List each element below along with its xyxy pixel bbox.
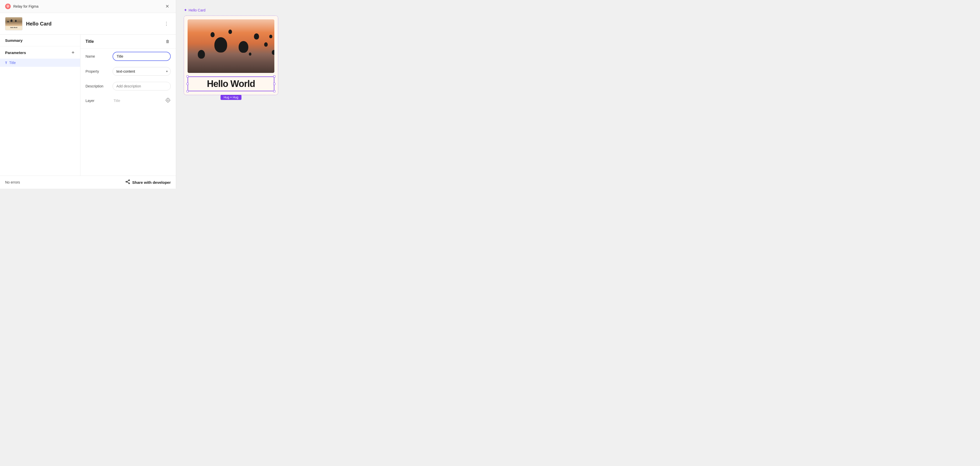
trash-icon: 🗑 bbox=[165, 39, 170, 44]
hug-badge: Hug × Hug bbox=[221, 95, 242, 100]
balloon-10 bbox=[249, 52, 251, 55]
delete-button[interactable]: 🗑 bbox=[165, 38, 171, 45]
property-field-row: Property text-content visible disabled ▾ bbox=[80, 64, 176, 79]
balloon-9 bbox=[269, 35, 272, 38]
param-title-name: Title bbox=[9, 61, 16, 65]
handle-mid-left bbox=[186, 83, 189, 85]
left-panel: Relay for Figma ✕ Hello World Hello Card… bbox=[0, 0, 176, 189]
right-column: Title 🗑 Name Property text-content visib… bbox=[80, 35, 176, 176]
layer-value: Title bbox=[113, 97, 161, 105]
param-title-item[interactable]: T Title bbox=[0, 59, 80, 67]
name-field-row: Name bbox=[80, 49, 176, 64]
property-select-wrap: text-content visible disabled ▾ bbox=[113, 67, 171, 76]
handle-bottom-right bbox=[273, 90, 275, 92]
property-select[interactable]: text-content visible disabled bbox=[113, 67, 171, 76]
property-label: Property bbox=[86, 69, 108, 73]
balloon-4 bbox=[210, 32, 215, 37]
summary-nav-item[interactable]: Summary bbox=[0, 35, 80, 46]
name-label: Name bbox=[86, 54, 108, 59]
card-image bbox=[188, 19, 274, 73]
add-parameter-button[interactable]: + bbox=[71, 50, 75, 55]
panel-footer: No errors Share with developer bbox=[0, 176, 176, 189]
handle-mid-right bbox=[273, 83, 275, 85]
handle-top-right bbox=[273, 76, 275, 78]
share-label: Share with developer bbox=[132, 180, 171, 185]
detail-header: Title 🗑 bbox=[80, 35, 176, 49]
svg-line-11 bbox=[127, 182, 129, 183]
layer-field-row: Layer Title bbox=[80, 94, 176, 108]
relay-logo-icon bbox=[5, 3, 11, 9]
left-column: Summary Parameters + T Title bbox=[0, 35, 80, 176]
canvas-area: ✦ Hello Card Hello World bbox=[176, 0, 393, 189]
locate-layer-button[interactable] bbox=[165, 97, 171, 104]
description-field-row: Description bbox=[80, 79, 176, 94]
canvas-label-row: ✦ Hello Card bbox=[184, 8, 205, 13]
share-button[interactable]: Share with developer bbox=[126, 179, 171, 185]
svg-line-10 bbox=[127, 181, 129, 182]
balloon-5 bbox=[228, 30, 232, 34]
hello-world-wrapper: Hello World Hug × Hug bbox=[188, 76, 274, 91]
balloon-1 bbox=[198, 50, 205, 59]
balloon-6 bbox=[254, 33, 259, 40]
handle-bottom-left bbox=[186, 90, 189, 92]
thumb-balloon bbox=[15, 20, 17, 22]
component-header-left: Hello World Hello Card bbox=[5, 17, 52, 30]
layer-label: Layer bbox=[86, 99, 108, 103]
summary-label: Summary bbox=[5, 38, 22, 43]
component-name: Hello Card bbox=[26, 21, 52, 27]
balloon-2 bbox=[215, 37, 227, 52]
card-preview: Hello World Hug × Hug bbox=[184, 16, 278, 95]
detail-title: Title bbox=[86, 39, 94, 44]
canvas-component-name: Hello Card bbox=[189, 8, 205, 12]
status-text: No errors bbox=[5, 180, 20, 184]
close-icon: ✕ bbox=[165, 4, 169, 9]
hello-world-text: Hello World bbox=[188, 76, 274, 91]
handle-top-left bbox=[186, 76, 189, 78]
parameters-section-header[interactable]: Parameters + bbox=[0, 46, 80, 59]
parameters-label: Parameters bbox=[5, 51, 26, 55]
balloon-3 bbox=[239, 41, 248, 53]
app-title: Relay for Figma bbox=[13, 4, 38, 8]
name-input[interactable] bbox=[113, 52, 171, 61]
thumb-balloon bbox=[7, 21, 9, 22]
balloon-8 bbox=[272, 50, 274, 55]
thumbnail-text: Hello World bbox=[5, 26, 22, 29]
svg-point-0 bbox=[7, 6, 9, 8]
thumb-balloon bbox=[11, 19, 13, 22]
svg-point-2 bbox=[167, 100, 169, 101]
close-button[interactable]: ✕ bbox=[164, 3, 171, 9]
thumbnail-image bbox=[5, 17, 22, 26]
description-label: Description bbox=[86, 84, 108, 88]
sky-gradient bbox=[188, 19, 274, 73]
panel-header-left: Relay for Figma bbox=[5, 3, 38, 9]
description-input[interactable] bbox=[113, 82, 171, 90]
panel-body: Summary Parameters + T Title Title 🗑 bbox=[0, 35, 176, 176]
plus-icon: + bbox=[72, 50, 75, 55]
svg-point-1 bbox=[166, 98, 170, 102]
more-options-button[interactable]: ⋮ bbox=[162, 20, 171, 27]
component-header: Hello World Hello Card ⋮ bbox=[0, 13, 176, 35]
text-type-icon: T bbox=[5, 61, 7, 65]
component-thumbnail: Hello World bbox=[5, 17, 22, 30]
share-icon bbox=[126, 179, 130, 185]
relay-diamond-icon: ✦ bbox=[184, 8, 187, 13]
balloon-7 bbox=[264, 42, 268, 47]
panel-header: Relay for Figma ✕ bbox=[0, 0, 176, 13]
canvas-component-label: ✦ Hello Card bbox=[184, 8, 205, 13]
